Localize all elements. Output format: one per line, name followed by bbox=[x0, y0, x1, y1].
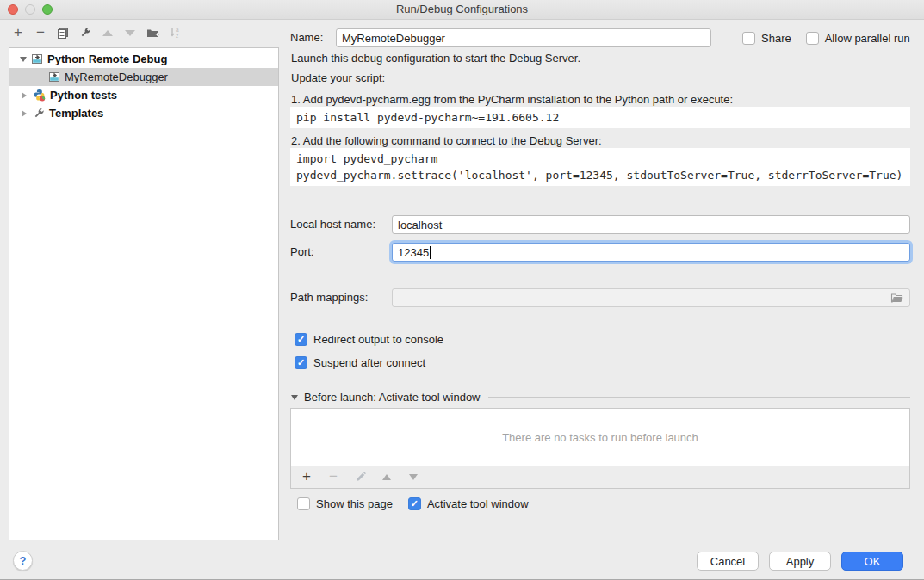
path-mappings-input[interactable] bbox=[392, 288, 910, 307]
configurations-toolbar: + − az bbox=[11, 26, 182, 40]
port-label: Port: bbox=[290, 243, 392, 262]
suspend-after-connect-label: Suspend after connect bbox=[313, 356, 425, 369]
share-checkbox[interactable] bbox=[742, 32, 755, 45]
help-button[interactable]: ? bbox=[13, 551, 33, 571]
local-host-input[interactable] bbox=[392, 215, 910, 234]
add-icon[interactable]: + bbox=[300, 470, 313, 484]
allow-parallel-checkbox-row[interactable]: Allow parallel run bbox=[806, 32, 910, 45]
before-launch-toolbar: + − bbox=[290, 466, 910, 489]
show-this-page-checkbox[interactable] bbox=[297, 497, 310, 510]
before-launch-title: Before launch: Activate tool window bbox=[304, 391, 481, 404]
text-caret bbox=[430, 246, 431, 259]
move-up-icon[interactable] bbox=[101, 26, 115, 40]
svg-text:z: z bbox=[176, 33, 178, 39]
activate-tool-window-label: Activate tool window bbox=[427, 497, 529, 510]
local-host-label: Local host name: bbox=[290, 215, 392, 234]
local-host-row: Local host name: bbox=[290, 215, 910, 234]
configuration-form: Name: Share Allow parallel run Launch th… bbox=[290, 24, 913, 540]
remove-icon[interactable]: − bbox=[326, 470, 340, 484]
show-this-page-label: Show this page bbox=[316, 497, 393, 510]
code-line: pip install pydevd-pycharm~=191.6605.12 bbox=[296, 109, 904, 126]
run-config-icon bbox=[31, 53, 43, 65]
move-down-icon[interactable] bbox=[123, 26, 137, 40]
path-mappings-label: Path mappings: bbox=[290, 288, 392, 307]
tree-item-label: Python tests bbox=[50, 89, 117, 102]
close-window-icon[interactable] bbox=[8, 4, 18, 15]
code-line: pydevd_pycharm.settrace('localhost', por… bbox=[296, 167, 904, 183]
pip-install-code-block: pip install pydevd-pycharm~=191.6605.12 bbox=[290, 107, 910, 128]
apply-button[interactable]: Apply bbox=[769, 552, 831, 571]
show-this-page-checkbox-row[interactable]: Show this page bbox=[297, 497, 393, 510]
run-config-icon bbox=[48, 71, 60, 83]
move-down-icon[interactable] bbox=[406, 470, 420, 484]
name-input[interactable] bbox=[336, 28, 711, 47]
before-launch-header[interactable]: Before launch: Activate tool window bbox=[291, 391, 910, 404]
titlebar: Run/Debug Configurations bbox=[0, 0, 924, 20]
minimize-window-icon bbox=[25, 4, 35, 15]
copy-icon[interactable] bbox=[56, 26, 70, 40]
activate-tool-window-checkbox[interactable]: ✓ bbox=[408, 497, 421, 510]
allow-parallel-run-checkbox[interactable] bbox=[806, 32, 819, 45]
collapse-icon[interactable] bbox=[20, 57, 27, 62]
share-label: Share bbox=[761, 32, 791, 45]
allow-parallel-run-label: Allow parallel run bbox=[825, 32, 910, 45]
step-2-text: 2. Add the following command to connect … bbox=[291, 134, 602, 147]
description-line-2: Update your script: bbox=[291, 71, 385, 84]
move-up-icon[interactable] bbox=[380, 470, 394, 484]
sort-alphabetically-icon[interactable]: az bbox=[168, 26, 182, 40]
tree-item-label: Templates bbox=[49, 107, 103, 120]
window-title: Run/Debug Configurations bbox=[0, 0, 924, 19]
dialog-footer: ? Cancel Apply OK bbox=[0, 546, 924, 580]
activate-tool-window-checkbox-row[interactable]: ✓ Activate tool window bbox=[408, 497, 529, 510]
port-row: Port: 12345 bbox=[290, 243, 910, 262]
zoom-window-icon[interactable] bbox=[42, 4, 53, 15]
page-options-row: Show this page ✓ Activate tool window bbox=[297, 497, 529, 510]
port-input[interactable]: 12345 bbox=[392, 243, 910, 262]
add-icon[interactable]: + bbox=[11, 26, 25, 40]
tree-item-templates[interactable]: Templates bbox=[9, 104, 278, 122]
expand-icon[interactable] bbox=[22, 92, 27, 99]
configurations-tree: Python Remote Debug MyRemoteDebugger Pyt… bbox=[9, 47, 279, 540]
header-rule bbox=[488, 397, 910, 398]
svg-text:a: a bbox=[176, 27, 179, 33]
path-mappings-row: Path mappings: bbox=[290, 288, 910, 307]
redirect-output-label: Redirect output to console bbox=[313, 333, 443, 346]
suspend-after-connect-checkbox[interactable]: ✓ bbox=[295, 356, 307, 369]
cancel-button[interactable]: Cancel bbox=[697, 552, 759, 571]
share-checkbox-row[interactable]: Share bbox=[742, 32, 791, 45]
edit-pencil-icon[interactable] bbox=[353, 470, 367, 484]
tree-item-label: Python Remote Debug bbox=[47, 52, 167, 65]
tree-item-python-tests[interactable]: Python tests bbox=[9, 86, 278, 104]
python-tests-icon bbox=[33, 89, 46, 102]
run-debug-configurations-dialog: { "window": { "title": "Run/Debug Config… bbox=[0, 0, 924, 580]
wrench-icon bbox=[33, 108, 45, 120]
before-launch-task-list[interactable]: There are no tasks to run before launch bbox=[290, 408, 910, 466]
tree-item-myremotedebugger[interactable]: MyRemoteDebugger bbox=[9, 68, 278, 86]
collapse-icon[interactable] bbox=[291, 395, 298, 400]
name-row: Name: Share Allow parallel run bbox=[290, 28, 913, 47]
tree-item-python-remote-debug[interactable]: Python Remote Debug bbox=[9, 50, 278, 68]
name-label: Name: bbox=[290, 28, 328, 47]
settrace-code-block: import pydevd_pycharm pydevd_pycharm.set… bbox=[290, 148, 910, 186]
code-line: import pydevd_pycharm bbox=[296, 151, 904, 167]
redirect-output-checkbox[interactable]: ✓ bbox=[295, 333, 307, 346]
remove-icon[interactable]: − bbox=[34, 26, 47, 40]
expand-icon[interactable] bbox=[22, 110, 27, 117]
suspend-after-connect-checkbox-row[interactable]: ✓ Suspend after connect bbox=[295, 356, 425, 369]
new-folder-icon[interactable] bbox=[146, 26, 159, 40]
tree-item-label: MyRemoteDebugger bbox=[65, 71, 168, 83]
empty-task-list-text: There are no tasks to run before launch bbox=[502, 431, 698, 444]
ok-button[interactable]: OK bbox=[841, 552, 903, 571]
step-1-text: 1. Add pydevd-pycharm.egg from the PyCha… bbox=[291, 93, 733, 106]
redirect-output-checkbox-row[interactable]: ✓ Redirect output to console bbox=[295, 333, 443, 346]
browse-folder-icon[interactable] bbox=[890, 293, 904, 304]
description-line-1: Launch this debug configuration to start… bbox=[291, 52, 580, 65]
edit-defaults-wrench-icon[interactable] bbox=[78, 26, 92, 40]
